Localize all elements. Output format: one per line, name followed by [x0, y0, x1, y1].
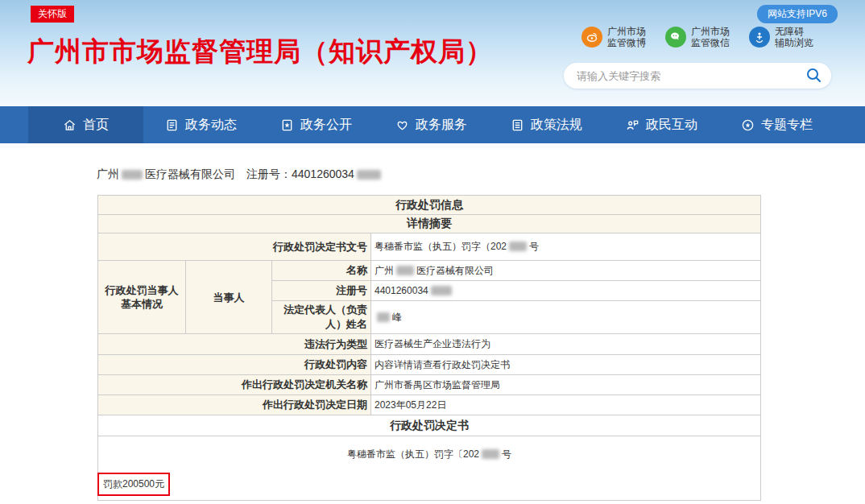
redacted-blur [377, 312, 390, 322]
company-name-prefix: 广州 [97, 167, 119, 180]
violation-type-value: 医疗器械生产企业违法行为 [371, 334, 761, 355]
redacted-blur [357, 170, 381, 180]
wechat-label-line1: 广州市场 [691, 26, 730, 37]
company-name-suffix: 医疗器械有限公司 [145, 167, 235, 180]
main-nav: 首页 政务动态 政务公开 政务服务 政策法规 政民互动 专题专栏 [0, 106, 865, 143]
penalty-info-table: 行政处罚信息 详情摘要 行政处罚决定书文号 粤穗番市监（执五）罚字（202号 行… [97, 195, 761, 501]
nav-label: 政策法规 [531, 117, 582, 134]
home-icon [63, 118, 77, 132]
nav-item-interaction[interactable]: 政民互动 [604, 106, 719, 143]
ipv6-badge: 网站支持IPV6 [757, 5, 838, 23]
wechat-icon [665, 27, 686, 48]
search-icon [805, 67, 822, 85]
nav-item-laws[interactable]: 政策法规 [489, 106, 604, 143]
weibo-label-line2: 监管微博 [607, 37, 646, 48]
doc-no-value: 粤穗番市监（执五）罚字（202号 [371, 233, 761, 261]
law-icon [511, 118, 524, 132]
fine-amount-highlight: 罚款200500元 [97, 473, 170, 496]
accessibility-label-line1: 无障碍 [775, 26, 813, 37]
nav-label: 政务公开 [300, 117, 352, 134]
news-icon [165, 118, 179, 132]
authority-value: 广州市番禺区市场监督管理局 [371, 375, 761, 395]
decision-doc-title: 行政处罚决定书 [98, 415, 761, 436]
legal-rep-label: 法定代表人（负责人）姓名 [272, 301, 371, 334]
legal-rep-value: 峰 [371, 301, 761, 334]
disclosure-icon [280, 118, 294, 132]
interaction-icon [626, 118, 639, 132]
accessibility-icon [749, 27, 770, 48]
reg-value: 4401260034 [371, 281, 761, 301]
search-box [564, 63, 831, 89]
name-label: 名称 [272, 261, 371, 281]
search-button[interactable] [805, 67, 822, 85]
nav-item-home[interactable]: 首页 [28, 106, 143, 143]
redacted-blur [431, 286, 452, 295]
weibo-label-line1: 广州市场 [607, 26, 646, 37]
nav-item-disclosure[interactable]: 政务公开 [259, 106, 374, 143]
party-label: 当事人 [186, 261, 272, 334]
fine-amount-text: 罚款200500元 [103, 478, 164, 490]
decision-doc-number: 粤穗番市监（执五）罚字〔202号 [101, 448, 757, 461]
authority-label: 作出行政处罚决定机关名称 [98, 375, 371, 395]
care-mode-badge[interactable]: 关怀版 [31, 6, 74, 23]
decision-date-label: 作出行政处罚决定日期 [98, 395, 371, 415]
penalty-content-value: 内容详情请查看行政处罚决定书 [371, 355, 761, 375]
wechat-label-line2: 监管微信 [691, 37, 730, 48]
nav-label: 专题专栏 [761, 117, 813, 134]
reg-label: 注册号 [272, 281, 371, 301]
redacted-blur [482, 449, 499, 459]
name-value: 广州医疗器械有限公司 [371, 261, 761, 281]
nav-label: 首页 [83, 117, 109, 134]
service-icon [395, 118, 409, 132]
wechat-link[interactable]: 广州市场 监管微信 [665, 26, 730, 48]
decision-doc-body: 粤穗番市监（执五）罚字〔202号 罚款200500元 [98, 436, 761, 501]
weibo-icon [581, 27, 602, 48]
nav-item-services[interactable]: 政务服务 [374, 106, 489, 143]
nav-item-news[interactable]: 政务动态 [143, 106, 259, 143]
site-title: 广州市市场监督管理局（知识产权局） [27, 34, 493, 70]
nav-label: 政务动态 [185, 117, 237, 134]
redacted-blur [396, 266, 414, 275]
company-summary-line: 广州医疗器械有限公司注册号：4401260034 [97, 167, 865, 182]
nav-item-topics[interactable]: 专题专栏 [719, 106, 834, 143]
regno-value: 4401260034 [292, 167, 354, 180]
penalty-content-label: 行政处罚内容 [98, 355, 371, 375]
party-group-label: 行政处罚当事人基本情况 [98, 261, 186, 334]
nav-label: 政民互动 [646, 117, 697, 134]
accessibility-link[interactable]: 无障碍 辅助浏览 [749, 26, 813, 48]
redacted-blur [509, 242, 527, 251]
table-title: 行政处罚信息 [98, 196, 761, 215]
nav-label: 政务服务 [416, 117, 467, 134]
header-quick-links: 广州市场 监管微博 广州市场 监管微信 无障碍 辅助浏览 [581, 26, 813, 48]
violation-type-label: 违法行为类型 [98, 334, 371, 355]
search-input[interactable] [577, 70, 805, 82]
regno-label: 注册号： [246, 167, 292, 180]
topics-icon [741, 118, 755, 132]
site-header: 关怀版 网站支持IPV6 广州市市场监督管理局（知识产权局） 广州市场 监管微博… [0, 0, 865, 106]
table-subtitle: 详情摘要 [98, 215, 761, 233]
weibo-link[interactable]: 广州市场 监管微博 [581, 26, 646, 48]
accessibility-label-line2: 辅助浏览 [775, 37, 813, 48]
decision-date-value: 2023年05月22日 [371, 395, 761, 415]
redacted-blur [122, 170, 143, 180]
doc-no-label: 行政处罚决定书文号 [98, 233, 371, 261]
